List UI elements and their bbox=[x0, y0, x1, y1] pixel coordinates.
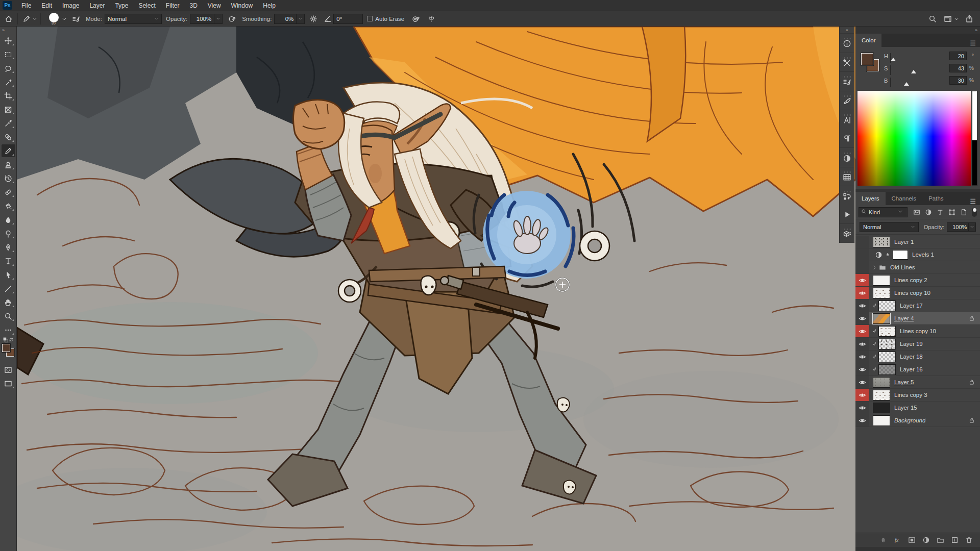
layer-visibility-empty[interactable] bbox=[855, 261, 869, 273]
shape-filter-icon[interactable] bbox=[946, 207, 957, 217]
layer-mask-thumbnail[interactable] bbox=[893, 250, 908, 260]
pixel-filter-icon[interactable] bbox=[911, 207, 922, 217]
lasso-tool[interactable] bbox=[2, 62, 15, 74]
layer-name[interactable]: Layer 5 bbox=[894, 379, 914, 385]
foreground-color-swatch[interactable] bbox=[861, 53, 873, 65]
tool-presets-panel[interactable] bbox=[840, 53, 854, 72]
layer-visibility-eye-icon[interactable] bbox=[855, 376, 869, 388]
photoshop-logo[interactable]: Ps bbox=[3, 1, 12, 10]
layer-thumbnail[interactable] bbox=[873, 377, 890, 388]
adjust-filter-icon[interactable] bbox=[923, 207, 934, 217]
group-expand-chevron-icon[interactable] bbox=[872, 265, 878, 270]
layer-name[interactable]: Layer 18 bbox=[900, 354, 923, 360]
mask-link-icon[interactable] bbox=[885, 251, 890, 258]
type-filter-icon[interactable] bbox=[935, 207, 945, 217]
layer-row[interactable]: Lines copy 10 bbox=[855, 287, 980, 299]
layer-row[interactable]: Layer 1 bbox=[855, 236, 980, 248]
smoothing-options-gear-icon[interactable] bbox=[308, 13, 319, 24]
layer-name[interactable]: Lines copy 10 bbox=[900, 328, 936, 334]
layer-name[interactable]: Layer 19 bbox=[900, 341, 923, 347]
layer-thumbnail[interactable] bbox=[878, 352, 896, 362]
new-group-button[interactable] bbox=[937, 536, 944, 544]
layer-visibility-eye-icon[interactable] bbox=[855, 350, 869, 363]
pencil-tool[interactable] bbox=[2, 144, 15, 157]
layer-thumbnail[interactable] bbox=[878, 300, 896, 311]
eyedropper-tool[interactable] bbox=[2, 117, 15, 130]
layer-row[interactable]: Lines copy 10 bbox=[855, 325, 980, 338]
layer-name[interactable]: Lines copy 3 bbox=[894, 392, 927, 398]
foreground-color-swatch[interactable] bbox=[2, 344, 10, 352]
zoom-tool[interactable] bbox=[2, 310, 15, 322]
dock-collapse-chevrons[interactable]: « bbox=[840, 27, 854, 33]
layer-name[interactable]: Layer 1 bbox=[894, 239, 914, 245]
path-select-tool[interactable] bbox=[2, 268, 15, 281]
layer-thumbnail[interactable] bbox=[873, 237, 890, 247]
quick-selection-tool[interactable] bbox=[2, 76, 15, 88]
brush-panel-toggle-icon[interactable] bbox=[70, 13, 82, 24]
menu-edit[interactable]: Edit bbox=[36, 0, 57, 11]
pressure-size-icon[interactable] bbox=[410, 13, 422, 24]
toolbar-collapse-chevrons[interactable]: » bbox=[0, 27, 16, 34]
add-layer-mask-button[interactable] bbox=[908, 536, 916, 544]
layer-thumbnail[interactable] bbox=[873, 275, 890, 286]
layer-row[interactable]: Lines copy 3 bbox=[855, 389, 980, 402]
layer-opacity-input[interactable]: 100% bbox=[947, 222, 969, 232]
layer-visibility-eye-icon[interactable] bbox=[855, 287, 869, 299]
brushes-panel[interactable] bbox=[840, 91, 854, 110]
paragraph-panel[interactable] bbox=[840, 129, 854, 148]
actions-panel[interactable] bbox=[840, 205, 854, 224]
blend-mode-dropdown[interactable]: Normal bbox=[860, 222, 919, 232]
slider-track[interactable] bbox=[890, 66, 945, 71]
eraser-tool[interactable] bbox=[2, 186, 15, 198]
history-brush-tool[interactable] bbox=[2, 172, 15, 185]
properties-panel[interactable] bbox=[840, 223, 854, 243]
healing-brush-tool[interactable] bbox=[2, 131, 15, 143]
opacity-input[interactable]: 100% bbox=[190, 14, 214, 24]
brush-preset-picker[interactable]: 80 bbox=[46, 13, 61, 24]
brush-settings-panel[interactable] bbox=[840, 71, 854, 91]
layer-visibility-empty[interactable] bbox=[855, 236, 869, 248]
layer-row[interactable]: Levels 1 bbox=[855, 248, 980, 261]
grayscale-ramp[interactable] bbox=[972, 91, 977, 186]
new-adjustment-layer-button[interactable] bbox=[922, 536, 930, 544]
layer-thumbnail[interactable] bbox=[878, 339, 896, 349]
layer-thumbnail[interactable] bbox=[873, 403, 890, 413]
opacity-chevron-icon[interactable] bbox=[214, 14, 223, 24]
share-icon[interactable] bbox=[964, 13, 975, 24]
layer-row[interactable]: Layer 15 bbox=[855, 402, 980, 414]
brush-picker-chevron-icon[interactable] bbox=[61, 13, 67, 24]
layer-row[interactable]: Background bbox=[855, 414, 980, 427]
clone-stamp-tool[interactable] bbox=[2, 158, 15, 171]
pen-tool[interactable] bbox=[2, 241, 15, 254]
dodge-tool[interactable] bbox=[2, 227, 15, 240]
type-tool[interactable] bbox=[2, 255, 15, 267]
menu-view[interactable]: View bbox=[203, 0, 226, 11]
marquee-tool[interactable] bbox=[2, 48, 15, 61]
symmetry-icon[interactable] bbox=[426, 13, 437, 24]
menu-filter[interactable]: Filter bbox=[161, 0, 185, 11]
layer-thumbnail[interactable] bbox=[873, 313, 890, 324]
layer-row[interactable]: Layer 4 bbox=[855, 312, 980, 325]
frame-tool[interactable] bbox=[2, 103, 15, 116]
tab-color[interactable]: Color bbox=[855, 34, 881, 47]
layer-visibility-eye-icon[interactable] bbox=[855, 414, 869, 427]
slider-value[interactable]: 20 bbox=[949, 52, 967, 60]
crop-tool[interactable] bbox=[2, 89, 15, 102]
layer-thumbnail[interactable] bbox=[873, 415, 890, 426]
brush-angle-input[interactable]: 0° bbox=[333, 14, 363, 24]
menu-type[interactable]: Type bbox=[110, 0, 133, 11]
screen-mode-button[interactable] bbox=[2, 377, 15, 390]
layer-visibility-eye-icon[interactable] bbox=[855, 312, 869, 324]
layer-row[interactable]: Lines copy 2 bbox=[855, 274, 980, 287]
layer-row[interactable]: Layer 5 bbox=[855, 376, 980, 389]
layer-name[interactable]: Layer 16 bbox=[900, 366, 923, 372]
layer-thumbnail[interactable] bbox=[873, 390, 890, 400]
slider-thumb[interactable] bbox=[891, 58, 896, 61]
mode-dropdown[interactable]: Normal bbox=[105, 14, 162, 24]
color-spectrum-field[interactable] bbox=[857, 91, 971, 186]
pressure-opacity-icon[interactable] bbox=[227, 13, 238, 24]
slider-track[interactable] bbox=[890, 54, 945, 59]
link-layers-button[interactable] bbox=[879, 536, 887, 544]
layer-name[interactable]: Layer 17 bbox=[900, 303, 923, 309]
tab-layers[interactable]: Layers bbox=[855, 192, 886, 205]
